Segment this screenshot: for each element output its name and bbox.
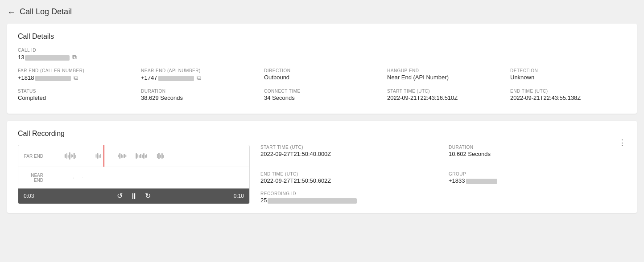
svg-rect-10: [99, 155, 99, 158]
svg-rect-13: [119, 153, 120, 159]
svg-rect-8: [96, 154, 97, 158]
svg-rect-18: [136, 153, 137, 159]
near-end-track-label: NEAR END: [18, 169, 47, 186]
call-id-value: 13: [18, 54, 70, 61]
svg-rect-19: [137, 154, 138, 158]
rec-end-time-field: END TIME (UTC) 2022-09-27T21:50:50.602Z: [260, 172, 438, 184]
play-pause-button[interactable]: ⏸: [130, 192, 138, 200]
far-end-field: FAR END (CALLER NUMBER) +1818 ⧉: [18, 68, 141, 82]
direction-field: DIRECTION Outbound: [264, 68, 387, 82]
forward-button[interactable]: ↻: [145, 192, 151, 200]
call-id-copy-icon[interactable]: ⧉: [72, 53, 77, 61]
svg-rect-24: [145, 155, 146, 158]
hangup-end-field: HANGUP END Near End (API Number): [387, 68, 510, 82]
more-options-icon[interactable]: ⋮: [618, 138, 626, 147]
svg-rect-23: [143, 153, 144, 159]
page-title: Call Log Detail: [20, 7, 72, 16]
svg-rect-2: [68, 155, 69, 158]
far-end-copy-icon[interactable]: ⧉: [74, 74, 78, 82]
recording-meta: START TIME (UTC) 2022-09-27T21:50:40.000…: [260, 145, 626, 204]
svg-rect-15: [122, 155, 123, 158]
status-field: STATUS Completed: [18, 89, 141, 101]
svg-rect-12: [118, 155, 119, 157]
rec-recording-id-field: RECORDING ID 25: [260, 191, 626, 204]
svg-rect-31: [74, 177, 74, 179]
call-recording-title: Call Recording: [18, 130, 626, 138]
svg-rect-28: [160, 155, 161, 158]
svg-rect-0: [65, 154, 66, 158]
svg-rect-5: [72, 155, 73, 157]
detection-field: DETECTION Unknown: [510, 68, 626, 82]
svg-rect-4: [71, 154, 72, 158]
near-end-copy-icon[interactable]: ⧉: [197, 74, 201, 82]
svg-rect-27: [158, 153, 160, 159]
svg-rect-22: [142, 155, 143, 158]
svg-rect-11: [100, 154, 101, 158]
far-end-waveform: [47, 145, 249, 167]
svg-rect-26: [157, 154, 158, 158]
transport-bar: 0:03 ↺ ⏸ ↻ 0:10: [18, 188, 249, 204]
page-header: ← Call Log Detail: [7, 7, 637, 16]
call-id-label: CALL ID: [18, 48, 77, 53]
svg-rect-20: [139, 155, 140, 158]
svg-rect-21: [140, 154, 141, 158]
svg-rect-6: [74, 153, 75, 159]
svg-rect-29: [161, 153, 163, 159]
rewind-button[interactable]: ↺: [117, 192, 123, 200]
recording-body: FAR END: [18, 145, 626, 204]
near-end-track: NEAR END: [18, 167, 249, 188]
transport-controls: ↺ ⏸ ↻: [38, 192, 230, 200]
call-details-card: Call Details CALL ID 13 ⧉ FAR END (CALLE…: [7, 24, 637, 114]
svg-rect-17: [125, 155, 126, 157]
back-button[interactable]: ←: [7, 8, 16, 16]
far-end-track-label: FAR END: [18, 150, 47, 162]
far-end-track: FAR END: [18, 145, 249, 167]
svg-rect-7: [75, 155, 76, 158]
end-time-field: END TIME (UTC) 2022-09-21T22:43:55.138Z: [510, 89, 626, 101]
svg-rect-3: [69, 152, 70, 160]
waveform-container[interactable]: FAR END: [18, 145, 250, 204]
svg-rect-14: [121, 154, 122, 158]
svg-rect-32: [83, 177, 83, 178]
svg-rect-1: [66, 153, 67, 159]
more-options-container: ⋮: [260, 138, 626, 164]
near-end-waveform: [47, 167, 249, 188]
time-total: 0:10: [230, 193, 244, 199]
call-details-title: Call Details: [18, 33, 626, 41]
near-end-field: NEAR END (API NUMBER) +1747 ⧉: [141, 68, 264, 82]
svg-rect-25: [146, 154, 147, 158]
duration-field: DURATION 38.629 Seconds: [141, 89, 264, 101]
call-recording-card: Call Recording FAR END: [7, 121, 637, 213]
time-current: 0:03: [24, 193, 38, 199]
connect-time-field: CONNECT TIME 34 Seconds: [264, 89, 387, 101]
svg-rect-16: [124, 154, 125, 158]
rec-group-field: GROUP +1833: [449, 172, 626, 184]
svg-rect-9: [97, 153, 99, 159]
start-time-field: START TIME (UTC) 2022-09-21T22:43:16.510…: [387, 89, 510, 101]
svg-rect-30: [163, 155, 164, 158]
